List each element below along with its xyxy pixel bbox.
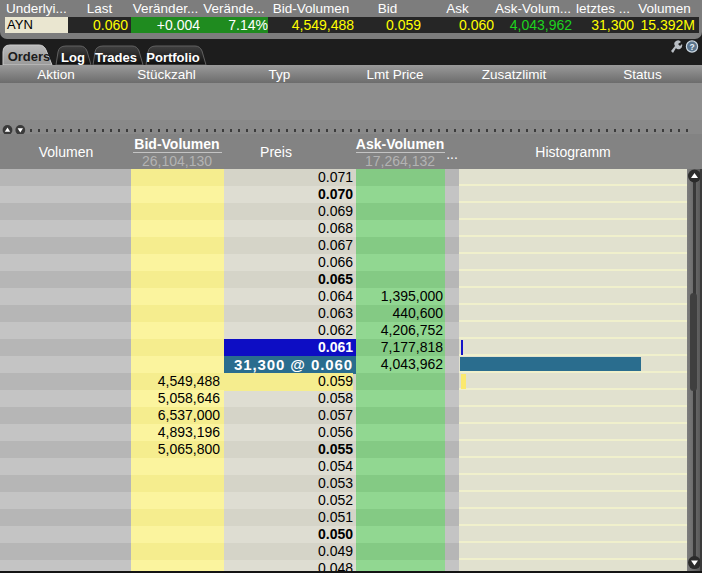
svg-text:Log: Log bbox=[61, 50, 85, 65]
svg-text:Orders: Orders bbox=[8, 49, 51, 64]
svg-text:Trades: Trades bbox=[95, 50, 137, 65]
svg-text:Portfolio: Portfolio bbox=[146, 50, 199, 65]
svg-text:?: ? bbox=[689, 42, 694, 52]
